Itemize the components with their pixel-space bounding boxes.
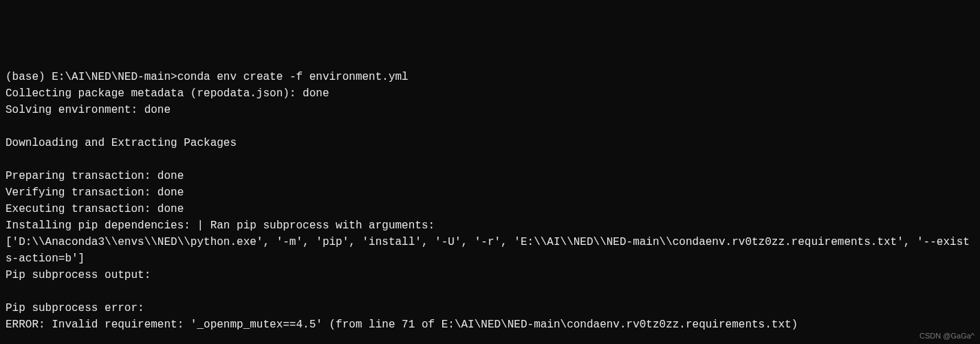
terminal-output[interactable]: (base) E:\AI\NED\NED-main>conda env crea…: [6, 69, 974, 344]
watermark-text: CSDN @GaGa^: [919, 330, 974, 342]
output-downloading: Downloading and Extracting Packages: [6, 137, 237, 149]
output-installing: Installing pip dependencies: | Ran pip s…: [6, 219, 435, 232]
output-pip-error: Pip subprocess error:: [6, 302, 144, 314]
output-error-msg: ERROR: Invalid requirement: '_openmp_mut…: [6, 319, 798, 331]
command-text: conda env create -f environment.yml: [177, 71, 409, 83]
output-executing: Executing transaction: done: [6, 203, 184, 215]
output-args: ['D:\\Anaconda3\\envs\\NED\\python.exe',…: [6, 236, 970, 265]
output-collecting: Collecting package metadata (repodata.js…: [6, 87, 329, 100]
prompt-env: (base): [6, 71, 52, 83]
output-solving: Solving environment: done: [6, 104, 171, 116]
output-verifying: Verifying transaction: done: [6, 186, 184, 199]
output-preparing: Preparing transaction: done: [6, 170, 184, 182]
prompt-path: E:\AI\NED\NED-main>: [52, 71, 177, 83]
output-pip-output: Pip subprocess output:: [6, 269, 151, 281]
